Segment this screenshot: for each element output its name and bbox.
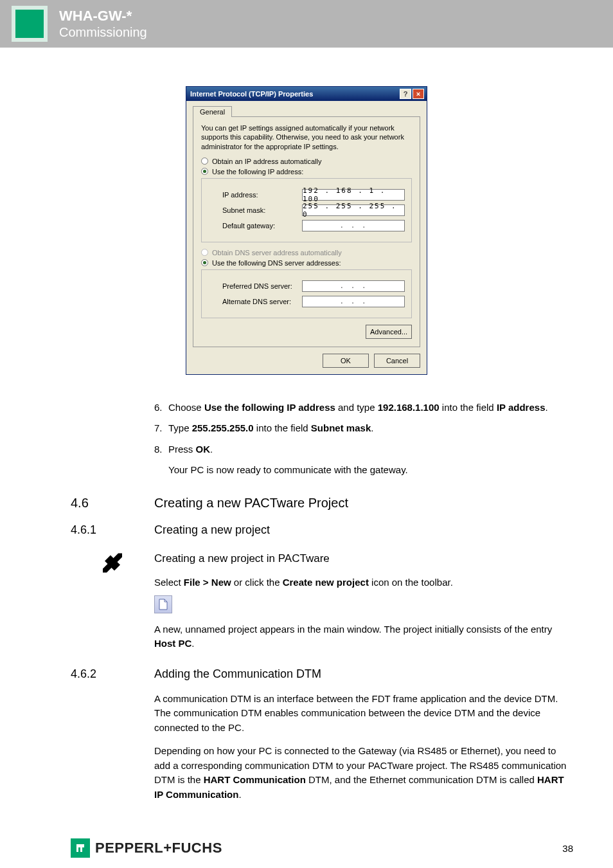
section-4-6-number: 4.6	[71, 493, 154, 512]
ok-button[interactable]: OK	[323, 354, 369, 368]
dialog-title: Internet Protocol (TCP/IP) Properties	[190, 90, 313, 98]
advanced-button[interactable]: Advanced...	[366, 325, 412, 339]
procedure-title: Creating a new project in PACTware	[154, 550, 568, 567]
procedure-result: A new, unnamed project appears in the ma…	[154, 622, 568, 651]
tab-general[interactable]: General	[193, 106, 232, 117]
step-8-number: 8.	[154, 442, 168, 457]
step-7-number: 7.	[154, 421, 168, 436]
dialog-description: You can get IP settings assigned automat…	[201, 123, 412, 151]
radio-use-following-dns-label: Use the following DNS server addresses:	[212, 259, 341, 267]
radio-obtain-ip-auto-label: Obtain an IP address automatically	[212, 158, 321, 165]
label-subnet-mask: Subnet mask:	[222, 206, 265, 214]
radio-use-following-dns[interactable]	[201, 259, 208, 266]
cancel-button[interactable]: Cancel	[374, 354, 420, 368]
brand-name: PEPPERL+FUCHS	[95, 840, 222, 856]
section-4-6-2-para2: Depending on how your PC is connected to…	[154, 744, 568, 802]
step-8-text: Press OK.	[168, 442, 568, 457]
input-ip-address[interactable]: 192 . 168 . 1 . 100	[302, 189, 405, 201]
page-header: WHA-GW-* Commissioning	[0, 0, 613, 48]
tcpip-properties-dialog: Internet Protocol (TCP/IP) Properties ? …	[186, 86, 427, 375]
section-4-6-2-para1: A communication DTM is an interface betw…	[154, 692, 568, 736]
page-number: 38	[562, 843, 573, 854]
radio-obtain-dns-auto-label: Obtain DNS server address automatically	[212, 249, 342, 257]
brand-mark-icon	[71, 838, 90, 858]
radio-obtain-ip-auto[interactable]	[201, 158, 208, 165]
input-default-gateway[interactable]: . . .	[302, 220, 405, 231]
section-4-6-1-number: 4.6.1	[71, 521, 154, 539]
new-project-toolbar-icon	[154, 595, 172, 613]
procedure-step: Select File > New or click the Create ne…	[154, 575, 568, 590]
section-4-6-title: Creating a new PACTware Project	[154, 493, 348, 512]
brand-logo: PEPPERL+FUCHS	[71, 838, 222, 858]
radio-use-following-ip-label: Use the following IP address:	[212, 168, 303, 176]
radio-obtain-dns-auto	[201, 249, 208, 256]
step-7-text: Type 255.255.255.0 into the field Subnet…	[168, 421, 568, 436]
label-alternate-dns: Alternate DNS server:	[222, 298, 291, 305]
input-alternate-dns[interactable]: . . .	[302, 296, 405, 307]
input-subnet-mask[interactable]: 255 . 255 . 255 . 0	[302, 204, 405, 216]
dns-group: Preferred DNS server: . . . Alternate DN…	[201, 269, 412, 318]
step-6-number: 6.	[154, 401, 168, 415]
radio-use-following-ip[interactable]	[201, 168, 208, 175]
step-8-result: Your PC is now ready to communicate with…	[168, 463, 568, 478]
close-icon[interactable]: ×	[413, 89, 424, 99]
label-preferred-dns: Preferred DNS server:	[222, 282, 292, 290]
label-ip-address: IP address:	[222, 191, 258, 199]
section-4-6-2-title: Adding the Communication DTM	[154, 665, 321, 683]
section-4-6-1-title: Creating a new project	[154, 521, 270, 539]
section-4-6-2-number: 4.6.2	[71, 665, 154, 683]
tools-icon	[101, 550, 124, 578]
brand-square-icon	[12, 6, 48, 42]
help-icon[interactable]: ?	[400, 89, 411, 99]
input-preferred-dns[interactable]: . . .	[302, 280, 405, 292]
doc-title: WHA-GW-*	[59, 8, 147, 24]
label-default-gateway: Default gateway:	[222, 222, 275, 230]
doc-subtitle: Commissioning	[59, 25, 147, 39]
ip-group: IP address: 192 . 168 . 1 . 100 Subnet m…	[201, 178, 412, 242]
step-6-text: Choose Use the following IP address and …	[168, 401, 568, 415]
